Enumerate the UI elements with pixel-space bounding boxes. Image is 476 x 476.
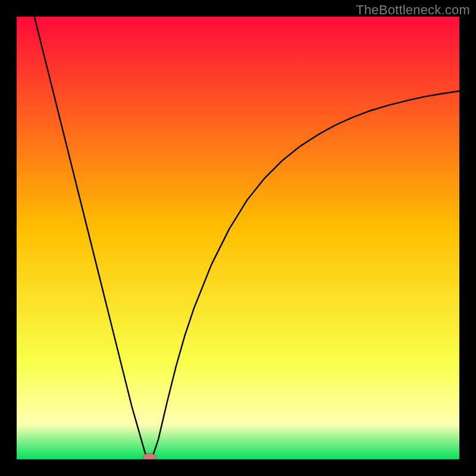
minimum-marker [143, 453, 156, 459]
gradient-background [17, 17, 459, 459]
watermark-text: TheBottleneck.com [356, 2, 470, 18]
plot-area [17, 17, 459, 459]
chart-svg [17, 17, 459, 459]
chart-frame: TheBottleneck.com [0, 0, 476, 476]
